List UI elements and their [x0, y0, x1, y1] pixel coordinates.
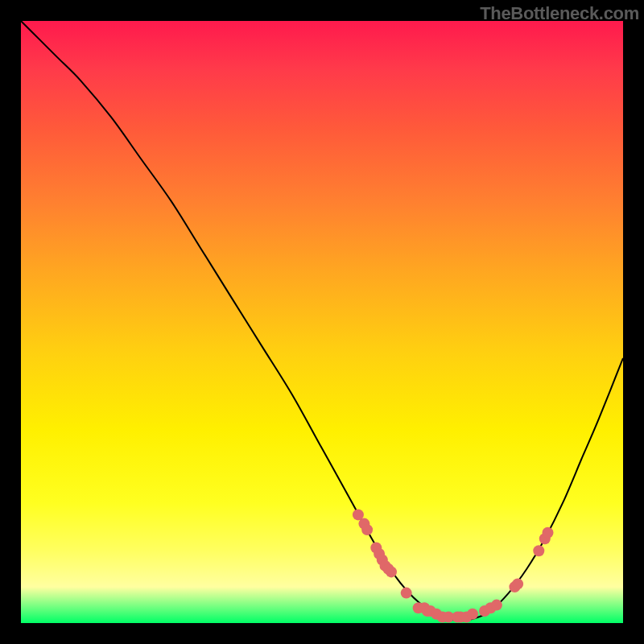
data-point	[386, 566, 397, 577]
bottleneck-curve	[21, 21, 623, 621]
data-point	[467, 609, 478, 620]
watermark-text: TheBottleneck.com	[480, 3, 639, 24]
data-point	[491, 600, 502, 611]
data-point	[401, 588, 412, 599]
plot-area	[21, 21, 623, 623]
data-point	[533, 545, 544, 556]
data-markers	[353, 509, 554, 622]
data-point	[361, 524, 373, 535]
chart-container: TheBottleneck.com	[0, 0, 644, 644]
data-point	[512, 578, 523, 589]
data-point	[543, 527, 554, 539]
chart-svg	[21, 21, 623, 623]
